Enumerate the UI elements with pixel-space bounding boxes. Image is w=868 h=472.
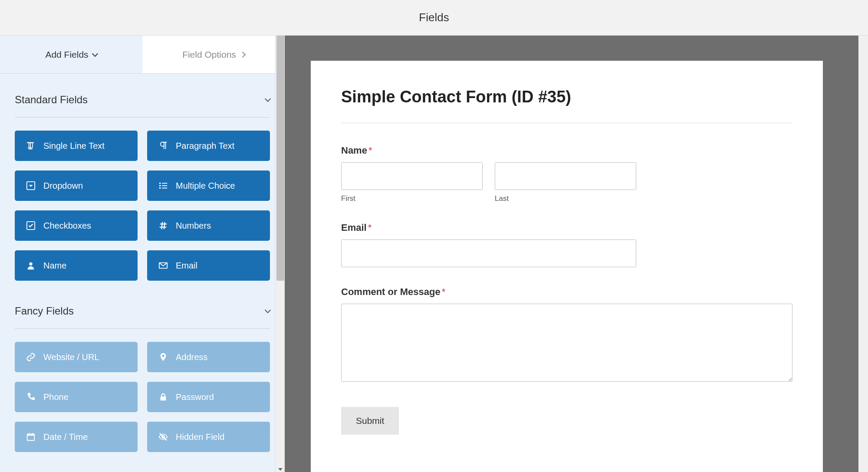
check-square-icon: [26, 221, 36, 230]
tab-add-fields[interactable]: Add Fields: [0, 36, 142, 73]
section-title-fancy: Fancy Fields: [15, 305, 74, 317]
field-label: Address: [176, 352, 207, 362]
first-sublabel: First: [341, 194, 483, 203]
field-label: Multiple Choice: [176, 181, 235, 191]
form-field-email[interactable]: Email*: [341, 222, 792, 267]
envelope-icon: [158, 261, 168, 270]
field-email[interactable]: Email: [147, 250, 270, 281]
user-icon: [26, 261, 36, 270]
tab-add-fields-label: Add Fields: [45, 49, 88, 60]
field-label: Phone: [43, 392, 69, 402]
sidebar: Add Fields Field Options Standard Fields…: [0, 36, 285, 472]
field-phone[interactable]: Phone: [15, 382, 138, 412]
chevron-down-icon: [265, 96, 271, 102]
caret-square-icon: [26, 181, 36, 190]
field-label: Numbers: [176, 221, 211, 231]
map-marker-icon: [158, 352, 168, 362]
paragraph-icon: [158, 141, 168, 151]
chevron-down-icon: [265, 307, 271, 313]
field-single-line-text[interactable]: Single Line Text: [15, 131, 138, 161]
standard-field-grid: Single Line Text Paragraph Text Dropdown…: [15, 118, 270, 285]
email-label-text: Email: [341, 222, 367, 233]
section-header-standard[interactable]: Standard Fields: [15, 74, 270, 118]
sidebar-scrollbar-thumb[interactable]: [276, 36, 284, 281]
form-field-name[interactable]: Name* First Last: [341, 145, 792, 203]
field-label: Name: [43, 261, 66, 271]
sidebar-scrollbar[interactable]: [275, 36, 285, 472]
field-label: Hidden Field: [176, 432, 224, 442]
tab-field-options[interactable]: Field Options: [142, 36, 285, 73]
preview-scrollbar[interactable]: [858, 36, 868, 472]
chevron-right-icon: [240, 51, 246, 57]
field-paragraph-text[interactable]: Paragraph Text: [147, 131, 270, 161]
form-field-comment[interactable]: Comment or Message*: [341, 286, 792, 384]
main: Add Fields Field Options Standard Fields…: [0, 36, 868, 472]
field-address[interactable]: Address: [147, 342, 270, 372]
scrollbar-arrow-down-icon[interactable]: [278, 468, 283, 471]
text-cursor-icon: [26, 141, 36, 151]
form-title: Simple Contact Form (ID #35): [341, 88, 792, 123]
list-ul-icon: [158, 181, 168, 190]
field-label: Email: [176, 261, 197, 271]
email-input[interactable]: [341, 239, 636, 267]
field-name[interactable]: Name: [15, 250, 138, 281]
field-label: Checkboxes: [43, 221, 91, 231]
link-icon: [26, 352, 36, 362]
header: Fields: [0, 0, 868, 36]
fancy-field-grid: Website / URL Address Phone Password Dat…: [15, 329, 270, 456]
name-row: First Last: [341, 162, 792, 203]
last-sublabel: Last: [495, 194, 636, 203]
preview-area: Simple Contact Form (ID #35) Name* First…: [285, 36, 868, 472]
name-label-text: Name: [341, 145, 367, 156]
form-card: Simple Contact Form (ID #35) Name* First…: [311, 61, 823, 472]
field-label: Date / Time: [43, 432, 88, 442]
hashtag-icon: [158, 221, 168, 230]
comment-label: Comment or Message*: [341, 286, 792, 298]
required-marker: *: [368, 145, 372, 156]
field-password[interactable]: Password: [147, 382, 270, 412]
last-name-input[interactable]: [495, 162, 636, 190]
comment-label-text: Comment or Message: [341, 286, 441, 297]
chevron-down-icon: [92, 50, 98, 56]
field-date-time[interactable]: Date / Time: [15, 422, 138, 452]
first-name-input[interactable]: [341, 162, 483, 190]
field-checkboxes[interactable]: Checkboxes: [15, 210, 138, 241]
field-hidden-field[interactable]: Hidden Field: [147, 422, 270, 452]
name-first-col: First: [341, 162, 483, 203]
field-website-url[interactable]: Website / URL: [15, 342, 138, 372]
lock-icon: [158, 392, 168, 402]
calendar-icon: [26, 432, 36, 442]
field-label: Dropdown: [43, 181, 83, 191]
required-marker: *: [442, 286, 446, 297]
field-multiple-choice[interactable]: Multiple Choice: [147, 170, 270, 201]
sidebar-tabs: Add Fields Field Options: [0, 36, 285, 74]
submit-button[interactable]: Submit: [341, 407, 399, 435]
header-title: Fields: [419, 11, 449, 24]
field-label: Password: [176, 392, 214, 402]
phone-icon: [26, 392, 36, 402]
section-header-fancy[interactable]: Fancy Fields: [15, 285, 270, 329]
field-numbers[interactable]: Numbers: [147, 210, 270, 241]
field-label: Single Line Text: [43, 141, 105, 151]
comment-textarea[interactable]: [341, 304, 792, 382]
name-label: Name*: [341, 145, 792, 156]
name-last-col: Last: [495, 162, 636, 203]
field-dropdown[interactable]: Dropdown: [15, 170, 138, 201]
field-label: Website / URL: [43, 352, 99, 362]
eye-slash-icon: [158, 432, 168, 442]
tab-field-options-label: Field Options: [182, 49, 236, 60]
email-label: Email*: [341, 222, 792, 233]
section-title-standard: Standard Fields: [15, 94, 88, 106]
sidebar-content: Standard Fields Single Line Text Paragra…: [0, 74, 285, 456]
required-marker: *: [368, 222, 372, 233]
field-label: Paragraph Text: [176, 141, 234, 151]
